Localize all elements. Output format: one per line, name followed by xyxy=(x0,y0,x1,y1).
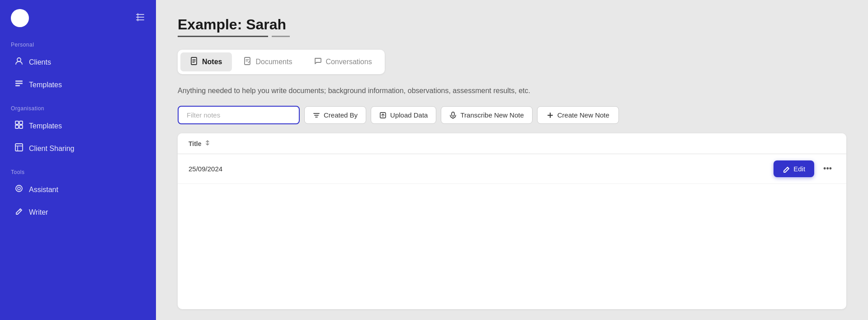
notes-toolbar: Created By Upload Data Transcribe New No… xyxy=(178,106,846,124)
filter-notes-input[interactable] xyxy=(178,106,300,124)
plus-icon xyxy=(547,112,554,119)
tab-bar: Notes Documents Conversa xyxy=(178,50,385,74)
sidebar-section-personal: Personal Clients Templates xyxy=(0,38,156,96)
create-new-note-button[interactable]: Create New Note xyxy=(537,106,619,124)
svg-rect-7 xyxy=(15,80,23,82)
sidebar-section-organisation: Organisation Templates Client Sh xyxy=(0,102,156,160)
edit-button[interactable]: Edit xyxy=(774,160,814,177)
templates-org-icon xyxy=(14,120,24,132)
row-actions: Edit ••• xyxy=(774,160,835,177)
sidebar-item-assistant[interactable]: Assistant xyxy=(4,179,152,201)
title-column-header: Title xyxy=(189,140,211,147)
svg-rect-3 xyxy=(136,17,144,18)
section-label-personal: Personal xyxy=(0,38,156,51)
tab-notes[interactable]: Notes xyxy=(180,52,232,71)
sidebar-item-templates-personal-label: Templates xyxy=(29,81,62,89)
sidebar-item-writer[interactable]: Writer xyxy=(4,201,152,223)
sidebar-item-assistant-label: Assistant xyxy=(29,186,58,194)
svg-rect-14 xyxy=(15,144,23,151)
client-sharing-icon xyxy=(14,143,24,154)
table-row: 25/09/2024 xyxy=(178,154,846,184)
sidebar-item-writer-label: Writer xyxy=(29,208,48,216)
svg-rect-9 xyxy=(15,85,20,86)
sort-icon[interactable] xyxy=(204,140,211,147)
section-label-tools: Tools xyxy=(0,165,156,178)
svg-rect-20 xyxy=(452,112,454,116)
sidebar-item-client-sharing-label: Client Sharing xyxy=(29,145,75,153)
svg-rect-10 xyxy=(15,121,19,124)
create-new-note-label: Create New Note xyxy=(557,111,609,119)
sidebar-toggle-icon[interactable] xyxy=(135,12,145,24)
documents-tab-icon xyxy=(244,57,252,67)
upload-data-label: Upload Data xyxy=(390,111,428,119)
svg-rect-11 xyxy=(19,121,23,124)
microphone-icon xyxy=(449,112,457,119)
svg-rect-12 xyxy=(15,125,19,128)
tab-notes-label: Notes xyxy=(202,58,222,66)
transcribe-label: Transcribe New Note xyxy=(460,111,524,119)
sidebar-item-clients-label: Clients xyxy=(29,58,51,66)
sidebar-header xyxy=(0,9,156,38)
more-options-button[interactable]: ••• xyxy=(820,162,835,175)
svg-point-16 xyxy=(18,187,20,190)
title-underline xyxy=(178,36,846,37)
filter-icon xyxy=(313,112,320,119)
sidebar-item-templates-personal[interactable]: Templates xyxy=(4,74,152,96)
notes-table: Title 25/09/2024 xyxy=(178,133,846,309)
conversations-tab-icon xyxy=(314,57,322,67)
sidebar-item-templates-org-label: Templates xyxy=(29,122,62,130)
svg-rect-8 xyxy=(15,83,23,84)
table-header: Title xyxy=(178,133,846,154)
assistant-icon xyxy=(14,184,24,195)
upload-icon xyxy=(379,112,387,119)
main-content: Example: Sarah Notes xyxy=(156,0,868,320)
sidebar-item-templates-org[interactable]: Templates xyxy=(4,115,152,137)
edit-label: Edit xyxy=(793,165,805,173)
svg-point-1 xyxy=(19,14,26,22)
edit-icon xyxy=(783,165,790,173)
templates-personal-icon xyxy=(14,79,24,90)
page-title: Example: Sarah xyxy=(178,16,846,33)
clients-icon xyxy=(14,56,24,68)
more-icon: ••• xyxy=(823,164,832,173)
svg-rect-4 xyxy=(136,19,144,20)
created-by-button[interactable]: Created By xyxy=(304,106,366,124)
svg-rect-13 xyxy=(19,125,23,128)
underline-main xyxy=(178,36,268,37)
tab-conversations[interactable]: Conversations xyxy=(304,52,382,71)
tab-conversations-label: Conversations xyxy=(326,58,372,66)
svg-point-15 xyxy=(16,185,22,192)
underline-short xyxy=(272,36,290,37)
tab-documents-label: Documents xyxy=(255,58,292,66)
svg-point-6 xyxy=(17,58,21,61)
app-logo xyxy=(11,9,29,27)
created-by-label: Created By xyxy=(324,111,358,119)
title-column-label: Title xyxy=(189,140,202,147)
tab-documents[interactable]: Documents xyxy=(234,52,302,71)
notes-description: Anything needed to help you write docume… xyxy=(178,87,846,95)
section-label-organisation: Organisation xyxy=(0,102,156,114)
notes-tab-icon xyxy=(190,57,198,67)
sidebar-item-client-sharing[interactable]: Client Sharing xyxy=(4,137,152,160)
sidebar: Personal Clients Templates Organisatio xyxy=(0,0,156,320)
transcribe-button[interactable]: Transcribe New Note xyxy=(441,106,532,124)
sidebar-item-clients[interactable]: Clients xyxy=(4,51,152,73)
svg-rect-2 xyxy=(136,14,144,15)
sidebar-section-tools: Tools Assistant Writer xyxy=(0,165,156,224)
row-title-cell: 25/09/2024 xyxy=(189,165,774,173)
writer-icon xyxy=(14,207,24,218)
upload-data-button[interactable]: Upload Data xyxy=(371,106,436,124)
